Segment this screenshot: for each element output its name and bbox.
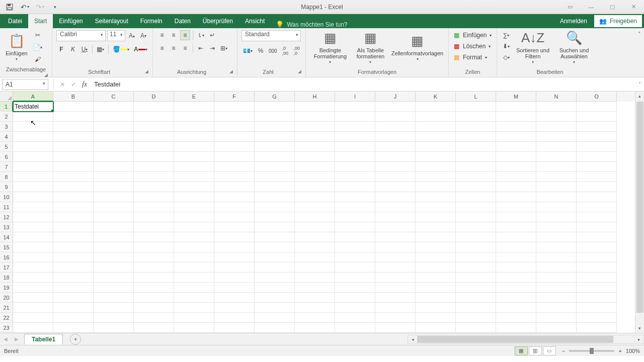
cell[interactable] <box>295 323 335 333</box>
align-dialog-icon[interactable]: ◢ <box>229 69 233 74</box>
cell[interactable] <box>214 102 255 112</box>
cell[interactable] <box>416 303 456 313</box>
enter-formula-icon[interactable]: ✓ <box>68 79 79 90</box>
cell[interactable] <box>255 102 295 112</box>
cell[interactable] <box>255 152 295 162</box>
thousands-format-button[interactable]: 000 <box>267 46 279 56</box>
cell[interactable] <box>536 162 577 172</box>
qat-customize-icon[interactable]: ▾ <box>49 2 60 13</box>
autosum-button[interactable]: ∑ ▾ <box>501 30 511 40</box>
cell[interactable] <box>496 192 536 202</box>
font-dialog-icon[interactable]: ◢ <box>145 69 148 74</box>
cell[interactable] <box>214 192 255 202</box>
cell[interactable] <box>536 122 577 132</box>
row-header[interactable]: 13 <box>0 222 13 232</box>
cell[interactable] <box>13 323 53 333</box>
cell[interactable] <box>174 313 214 323</box>
ribbon-display-icon[interactable]: ▭ <box>559 0 581 14</box>
cell[interactable] <box>94 222 134 232</box>
borders-button[interactable]: ▦▾ <box>95 44 106 54</box>
cell[interactable] <box>496 122 536 132</box>
cell[interactable] <box>577 262 617 273</box>
underline-button[interactable]: U▾ <box>79 44 90 54</box>
cell[interactable]: Testdatei <box>13 102 53 112</box>
cell[interactable] <box>214 262 255 273</box>
cell[interactable] <box>53 132 94 142</box>
column-header[interactable]: G <box>255 92 295 102</box>
cut-button[interactable]: ✂ <box>31 30 44 40</box>
cell[interactable] <box>174 132 214 142</box>
expand-formula-bar-icon[interactable]: ˅ <box>635 81 644 87</box>
cell[interactable] <box>577 323 617 333</box>
scroll-up-icon[interactable]: ▴ <box>635 92 644 101</box>
cell[interactable] <box>456 273 496 283</box>
cell[interactable] <box>134 172 174 182</box>
cell[interactable] <box>577 172 617 182</box>
cell[interactable] <box>536 252 577 262</box>
scroll-right-icon[interactable]: ▸ <box>634 337 643 342</box>
cell[interactable] <box>335 132 375 142</box>
cell[interactable] <box>577 242 617 252</box>
zoom-level[interactable]: 100% <box>626 348 640 354</box>
cell[interactable] <box>496 152 536 162</box>
cell[interactable] <box>214 273 255 283</box>
cell[interactable] <box>255 323 295 333</box>
column-header[interactable]: J <box>375 92 416 102</box>
cell[interactable] <box>536 202 577 212</box>
cell[interactable] <box>375 162 416 172</box>
cell[interactable] <box>13 232 53 242</box>
cell[interactable] <box>295 303 335 313</box>
cell[interactable] <box>94 132 134 142</box>
cell[interactable] <box>295 122 335 132</box>
cell[interactable] <box>416 283 456 293</box>
clear-button[interactable]: ◇▾ <box>501 52 511 62</box>
cell[interactable] <box>134 273 174 283</box>
cell[interactable] <box>13 132 53 142</box>
cell[interactable] <box>214 222 255 232</box>
cell[interactable] <box>375 142 416 152</box>
cell[interactable] <box>496 172 536 182</box>
cell[interactable] <box>496 132 536 142</box>
cell-styles-button[interactable]: ▦ Zellenformatvorlagen▾ <box>390 30 444 65</box>
cell[interactable] <box>53 252 94 262</box>
cell[interactable] <box>94 122 134 132</box>
cell[interactable] <box>255 293 295 303</box>
cell[interactable] <box>335 242 375 252</box>
cell[interactable] <box>416 192 456 202</box>
cell[interactable] <box>536 132 577 142</box>
cell[interactable] <box>536 232 577 242</box>
cell[interactable] <box>53 112 94 122</box>
row-header[interactable]: 11 <box>0 202 13 212</box>
cell[interactable] <box>577 252 617 262</box>
cell[interactable] <box>577 162 617 172</box>
cell[interactable] <box>416 293 456 303</box>
row-header[interactable]: 19 <box>0 283 13 293</box>
cell[interactable] <box>174 242 214 252</box>
cell[interactable] <box>13 162 53 172</box>
cell[interactable] <box>456 172 496 182</box>
cell[interactable] <box>335 102 375 112</box>
cell[interactable] <box>577 222 617 232</box>
cell[interactable] <box>94 102 134 112</box>
cell[interactable] <box>94 152 134 162</box>
fill-button[interactable]: ⬇▾ <box>501 41 511 51</box>
format-painter-button[interactable]: 🖌 <box>31 54 44 64</box>
cell[interactable] <box>134 262 174 273</box>
cell[interactable] <box>416 182 456 192</box>
cell[interactable] <box>335 162 375 172</box>
cell[interactable] <box>416 262 456 273</box>
cell[interactable] <box>94 273 134 283</box>
cell[interactable] <box>456 252 496 262</box>
cell[interactable] <box>134 132 174 142</box>
cell[interactable] <box>94 323 134 333</box>
cell[interactable] <box>255 232 295 242</box>
cell[interactable] <box>577 142 617 152</box>
cell[interactable] <box>174 122 214 132</box>
cell[interactable] <box>416 112 456 122</box>
cell[interactable] <box>416 242 456 252</box>
cell[interactable] <box>456 152 496 162</box>
cell[interactable] <box>577 273 617 283</box>
cell[interactable] <box>255 122 295 132</box>
cell[interactable] <box>134 252 174 262</box>
cell[interactable] <box>335 303 375 313</box>
